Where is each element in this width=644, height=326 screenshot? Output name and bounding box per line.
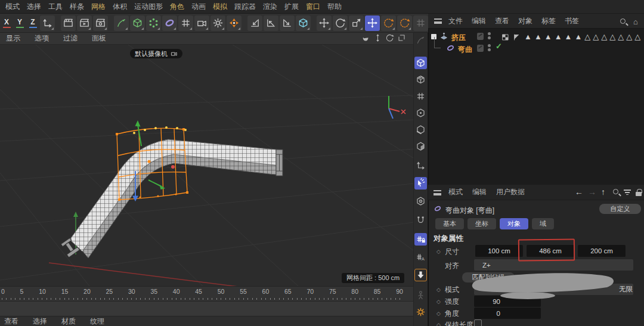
rotate-tool-button[interactable] (333, 15, 348, 31)
material-menu-item[interactable]: 选择 (33, 316, 47, 326)
custom-preset-button[interactable]: 自定义 (599, 204, 641, 214)
snap-toggle-button[interactable] (414, 177, 427, 190)
bend-object-icon[interactable] (446, 44, 455, 55)
move-tool-button[interactable] (317, 15, 332, 31)
home-icon[interactable]: ⌂ (633, 17, 638, 26)
maximize-view-icon[interactable] (397, 33, 406, 42)
magnet-snap-button[interactable] (414, 214, 427, 226)
subdivision-surface-button[interactable] (130, 15, 145, 31)
layer-state-icon[interactable] (501, 33, 509, 44)
key-diamond-icon[interactable]: ◇ (436, 299, 441, 305)
layout-arrow-button-2[interactable] (264, 15, 278, 31)
menu-item[interactable]: 工具 (48, 2, 63, 12)
drop-to-floor-button[interactable] (414, 269, 427, 281)
tag-triangle-icon[interactable]: △ (634, 32, 640, 41)
viewport-menu-item[interactable]: 面板 (92, 33, 106, 44)
z-axis-lock-button[interactable]: Z (27, 15, 39, 31)
hamburger-menu-icon[interactable] (434, 190, 441, 195)
object-manager-menu-item[interactable]: 标签 (541, 16, 556, 26)
tag-triangle-icon[interactable]: △ (618, 32, 624, 41)
render-to-picture-viewer-button[interactable] (77, 15, 92, 31)
model-cube-button[interactable] (296, 15, 311, 31)
key-diamond-icon[interactable]: ◇ (436, 322, 441, 326)
tag-triangle-icon[interactable]: △ (626, 32, 632, 41)
tag-triangle-icon[interactable]: △ (601, 32, 607, 41)
menu-item[interactable]: 帮助 (327, 2, 342, 12)
deformer-bend-button[interactable] (162, 15, 177, 31)
menu-item[interactable]: 动画 (191, 2, 206, 12)
menu-item[interactable]: 窗口 (306, 2, 320, 12)
object-manager-menu-item[interactable]: 对象 (518, 16, 532, 26)
render-view-button[interactable] (61, 15, 76, 31)
polygons-mode-button[interactable] (414, 140, 427, 153)
menu-item[interactable]: 体积 (113, 2, 127, 12)
attribute-tab[interactable]: 对象 (500, 218, 528, 229)
workplane-lock-button[interactable] (414, 233, 427, 246)
orbit-rotate-icon[interactable] (385, 33, 394, 42)
viewport-menu-item[interactable]: 显示 (6, 33, 20, 44)
edges-mode-button[interactable] (414, 123, 427, 136)
spline-pen-button[interactable] (114, 15, 129, 31)
volume-button[interactable] (178, 15, 193, 31)
menu-item[interactable]: 选择 (27, 2, 41, 12)
attribute-menu-item[interactable]: 编辑 (472, 187, 487, 197)
key-diamond-icon[interactable]: ◇ (436, 287, 441, 293)
viewport-menu-item[interactable]: 选项 (35, 33, 49, 44)
scale-tool-button[interactable] (349, 15, 364, 31)
up-arrow-icon[interactable]: ↑ (601, 187, 605, 197)
object-manager-menu-item[interactable]: 编辑 (472, 16, 486, 26)
layout-arrow-button-1[interactable] (247, 15, 262, 31)
extrude-object-icon[interactable] (439, 32, 448, 43)
camera-button[interactable] (194, 15, 209, 31)
filter-funnel-icon[interactable] (624, 190, 631, 196)
zoom-updown-icon[interactable] (373, 33, 382, 42)
cloner-button[interactable] (146, 15, 161, 31)
character-tool-button[interactable] (414, 289, 427, 302)
axis-mode-button[interactable] (414, 159, 427, 172)
layout-arrow-button-3[interactable] (280, 15, 295, 31)
pen-tool-icon[interactable] (414, 34, 427, 46)
back-arrow-icon[interactable]: ← (575, 187, 583, 197)
tag-triangle-icon[interactable]: △ (584, 32, 590, 41)
move-tool-active-button[interactable] (365, 15, 380, 31)
tag-triangle-icon[interactable]: ▲ (544, 32, 552, 41)
align-dropdown[interactable]: Z+ (474, 259, 633, 271)
mode-dropdown[interactable]: 无限 (474, 284, 633, 295)
menu-item[interactable]: 扩展 (284, 2, 299, 12)
menu-item[interactable]: 模式 (5, 2, 20, 12)
tag-triangle-icon[interactable]: △ (593, 32, 599, 41)
tag-triangle-icon[interactable]: ▲ (534, 32, 542, 41)
attribute-menu-item[interactable]: 模式 (448, 187, 463, 197)
object-name-bend[interactable]: 弯曲 (458, 45, 472, 55)
snap-mode-button[interactable] (414, 195, 427, 207)
viewport-menu-item[interactable]: 过滤 (63, 33, 78, 44)
y-axis-lock-button[interactable]: Y (14, 15, 26, 31)
light-button[interactable] (210, 15, 225, 31)
key-diamond-icon[interactable]: ◇ (436, 249, 441, 254)
material-menu-item[interactable]: 纹理 (90, 316, 104, 326)
menu-item[interactable]: 跟踪器 (234, 2, 256, 12)
view-axis-gizmo[interactable] (389, 96, 405, 119)
forward-arrow-icon[interactable]: → (588, 187, 596, 197)
texture-mode-button[interactable] (414, 73, 427, 86)
object-edit-chip[interactable] (477, 33, 484, 40)
search-icon[interactable] (613, 189, 618, 194)
visibility-dot-render[interactable] (488, 36, 491, 39)
strength-input[interactable]: 90 (474, 296, 541, 307)
visibility-dot-render[interactable] (488, 48, 491, 51)
tag-triangle-icon[interactable]: ▲ (574, 32, 582, 41)
attribute-tab[interactable]: 域 (532, 218, 554, 229)
object-manager-menu-item[interactable]: 查看 (495, 16, 509, 26)
object-manager-menu-item[interactable]: 文件 (448, 16, 463, 26)
coordinate-system-button[interactable] (40, 15, 55, 31)
auto-workplane-button[interactable] (414, 251, 427, 263)
search-icon[interactable] (620, 18, 626, 24)
attribute-menu-item[interactable]: 用户数据 (496, 187, 525, 197)
size-value-input[interactable]: 200 cm (578, 245, 626, 257)
hamburger-menu-icon[interactable] (434, 18, 442, 24)
visibility-dot-editor[interactable] (488, 44, 491, 47)
timeline-ruler[interactable]: 051015202530354045505560657075808590 (0, 286, 413, 301)
render-settings-button[interactable] (93, 15, 108, 31)
flag-icon[interactable] (513, 33, 521, 44)
tag-triangle-icon[interactable]: ▲ (565, 32, 572, 41)
